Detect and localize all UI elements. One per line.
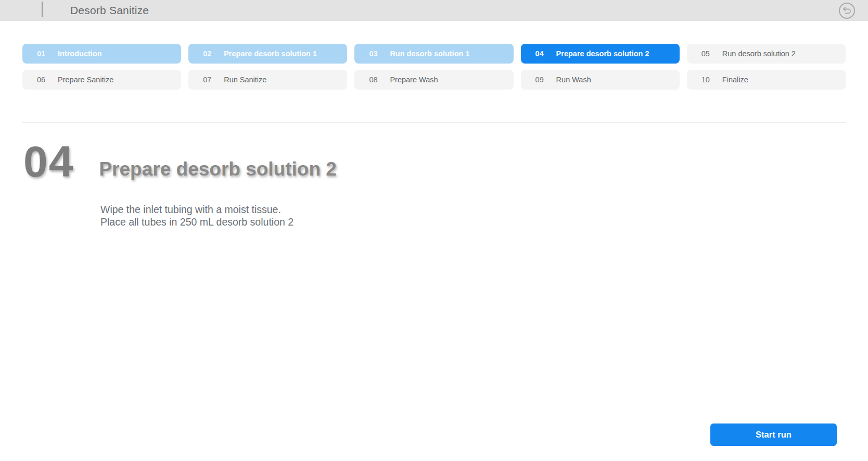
step-tab-06[interactable]: 06 Prepare Sanitize (22, 70, 181, 90)
step-tab-05[interactable]: 05 Run desorb solution 2 (687, 44, 846, 64)
back-button[interactable] (838, 2, 856, 19)
step-number: 03 (369, 49, 390, 58)
step-instructions: Wipe the inlet tubing with a moist tissu… (100, 203, 293, 228)
wizard-page: Desorb Sanitize 01 Introduction 02 Prepa… (0, 0, 868, 461)
instruction-line: Wipe the inlet tubing with a moist tissu… (100, 203, 293, 216)
step-number: 06 (37, 76, 58, 84)
step-label: Run desorb solution 2 (722, 49, 796, 58)
step-nav: 01 Introduction 02 Prepare desorb soluti… (22, 44, 846, 90)
step-number: 02 (203, 49, 224, 58)
step-label: Prepare desorb solution 2 (556, 49, 649, 58)
step-number: 10 (701, 76, 722, 84)
step-number: 09 (535, 76, 556, 84)
current-step-title: Prepare desorb solution 2 (99, 158, 336, 180)
step-tab-04[interactable]: 04 Prepare desorb solution 2 (521, 44, 680, 64)
step-number: 08 (369, 76, 390, 84)
step-tab-08[interactable]: 08 Prepare Wash (354, 70, 513, 90)
step-tab-07[interactable]: 07 Run Sanitize (188, 70, 347, 90)
step-tab-01[interactable]: 01 Introduction (22, 44, 181, 64)
step-label: Prepare Sanitize (58, 76, 113, 84)
step-label: Finalize (722, 76, 748, 84)
instruction-line: Place all tubes in 250 mL desorb solutio… (100, 216, 293, 228)
step-label: Prepare desorb solution 1 (224, 49, 317, 58)
step-number: 07 (203, 76, 224, 84)
section-divider (22, 122, 846, 123)
step-tab-09[interactable]: 09 Run Wash (521, 70, 680, 90)
step-number: 04 (535, 49, 556, 58)
step-label: Run desorb solution 1 (390, 49, 469, 58)
current-step-header: 04 Prepare desorb solution 2 (23, 140, 337, 183)
page-title: Desorb Sanitize (70, 0, 149, 21)
step-label: Introduction (58, 49, 102, 58)
step-tab-10[interactable]: 10 Finalize (687, 70, 846, 90)
step-label: Prepare Wash (390, 76, 438, 84)
return-arrow-icon (838, 2, 856, 19)
title-separator (42, 2, 43, 17)
top-bar: Desorb Sanitize (0, 0, 868, 21)
step-number: 05 (701, 49, 722, 58)
current-step-number: 04 (23, 140, 74, 183)
step-label: Run Wash (556, 76, 591, 84)
step-tab-02[interactable]: 02 Prepare desorb solution 1 (188, 44, 347, 64)
start-run-button[interactable]: Start run (710, 423, 837, 446)
step-label: Run Sanitize (224, 76, 266, 84)
step-tab-03[interactable]: 03 Run desorb solution 1 (354, 44, 513, 64)
step-number: 01 (37, 49, 58, 58)
